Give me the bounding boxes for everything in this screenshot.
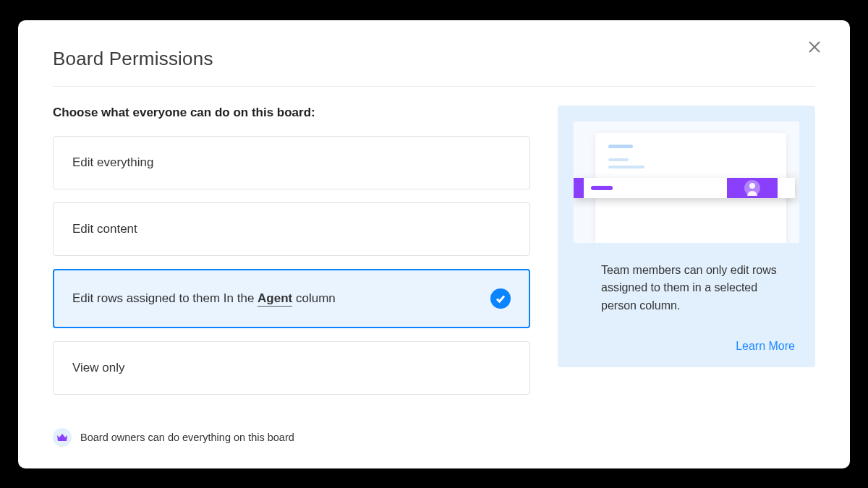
selected-check-icon bbox=[490, 288, 511, 309]
crown-icon bbox=[53, 428, 72, 447]
board-permissions-modal: Board Permissions Choose what everyone c… bbox=[18, 20, 850, 468]
option-label: Edit content bbox=[72, 222, 137, 236]
option-label-post: column bbox=[292, 291, 336, 305]
column-select[interactable]: Agent bbox=[258, 291, 292, 307]
permission-illustration bbox=[574, 121, 799, 243]
options-subtitle: Choose what everyone can do on this boar… bbox=[53, 106, 530, 120]
option-label-pre: Edit rows assigned to them In the bbox=[72, 291, 258, 305]
learn-more-link[interactable]: Learn More bbox=[574, 340, 799, 353]
close-icon bbox=[808, 40, 821, 53]
info-column: Team members can only edit rows assigned… bbox=[558, 106, 815, 408]
person-icon bbox=[727, 178, 778, 198]
option-edit-content[interactable]: Edit content bbox=[53, 202, 530, 256]
option-label: Edit everything bbox=[72, 155, 153, 170]
info-description: Team members can only edit rows assigned… bbox=[574, 262, 799, 315]
modal-title: Board Permissions bbox=[53, 48, 815, 70]
options-column: Choose what everyone can do on this boar… bbox=[53, 106, 530, 408]
option-edit-assigned-rows[interactable]: Edit rows assigned to them In the Agent … bbox=[53, 269, 530, 328]
info-panel: Team members can only edit rows assigned… bbox=[558, 106, 815, 367]
option-view-only[interactable]: View only bbox=[53, 341, 530, 395]
divider bbox=[53, 86, 815, 87]
footer-text: Board owners can do everything on this b… bbox=[80, 432, 294, 443]
option-edit-everything[interactable]: Edit everything bbox=[53, 136, 530, 189]
footer-note: Board owners can do everything on this b… bbox=[53, 428, 294, 447]
close-button[interactable] bbox=[808, 40, 825, 58]
option-label: View only bbox=[72, 361, 124, 375]
option-label: Edit rows assigned to them In the Agent … bbox=[72, 291, 336, 306]
